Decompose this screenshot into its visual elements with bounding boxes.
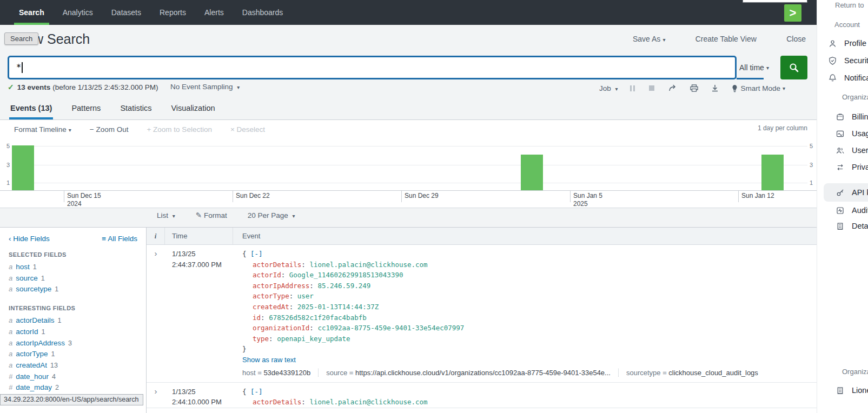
tab-events13[interactable]: Events (13): [9, 97, 53, 119]
menu-item-billing[interactable]: Billing: [836, 110, 868, 123]
export-button[interactable]: [711, 84, 719, 92]
nav-item-dashboards[interactable]: Dashboards: [233, 0, 293, 25]
create-table-view-button[interactable]: Create Table View: [695, 35, 757, 43]
string-field-icon: a: [9, 361, 12, 369]
table-row: ›1/13/252:44:10.000 PM{ [-]actorDetails:…: [147, 383, 817, 408]
nav-item-reports[interactable]: Reports: [150, 0, 195, 25]
row-expander-icon[interactable]: ›: [147, 387, 165, 408]
field-name: actorIpAddress: [16, 339, 65, 347]
tab-statistics[interactable]: Statistics: [119, 97, 153, 119]
return-link[interactable]: Return to: [835, 1, 864, 9]
json-collapse-link[interactable]: [-]: [250, 388, 263, 396]
event-count: 13 events: [17, 83, 51, 91]
meta-source[interactable]: source = https://api.clickhouse.cloud/v1…: [318, 369, 611, 377]
field-count: 3: [68, 339, 72, 347]
smart-mode-dropdown[interactable]: Smart Mode ▾: [741, 84, 786, 92]
search-button[interactable]: [780, 56, 807, 79]
pause-button[interactable]: [630, 85, 635, 91]
x-axis-tick-label: Sun Jan 12: [741, 192, 774, 200]
field-item-host[interactable]: ahost1: [9, 262, 137, 273]
json-value[interactable]: user: [297, 292, 314, 300]
json-close-brace: }: [242, 344, 817, 355]
field-name: actorId: [16, 328, 38, 336]
all-fields-link[interactable]: ≡ All Fields: [102, 235, 137, 243]
field-item-date_mday[interactable]: #date_mday2: [9, 382, 137, 394]
save-as-button[interactable]: Save As▾: [633, 35, 665, 43]
share-button[interactable]: [668, 84, 677, 92]
results-toolbar: List ▾ ✎ Format 20 Per Page ▾: [157, 211, 316, 219]
search-bar-underline: [737, 78, 764, 79]
format-button[interactable]: ✎ Format: [196, 211, 227, 219]
menu-item-private-endpoints[interactable]: Private Endpoints: [836, 161, 868, 174]
close-button[interactable]: Close: [786, 35, 806, 43]
field-item-source[interactable]: asource1: [9, 273, 137, 284]
json-key: actorId: [253, 271, 281, 279]
json-key: id: [253, 314, 261, 322]
stop-button[interactable]: [649, 85, 654, 91]
field-item-actorId[interactable]: aactorId1: [9, 327, 137, 338]
list-type-dropdown[interactable]: List ▾: [157, 211, 175, 219]
menu-item-lionel-palacin[interactable]: Lionel Palacin: [836, 384, 868, 397]
menu-item-label: Private Endpoints: [852, 163, 868, 171]
menu-item-users[interactable]: Users: [836, 144, 868, 157]
json-collapse-link[interactable]: [-]: [250, 250, 263, 258]
json-value[interactable]: cc1092aa-8775-459e-9401-33e54ec07997: [317, 324, 464, 332]
time-range-picker[interactable]: All time▾: [739, 59, 769, 76]
nav-item-alerts[interactable]: Alerts: [195, 0, 233, 25]
json-key: actorIpAddress: [253, 282, 309, 290]
event-rows: ›1/13/252:44:37.000 PM{ [-]actorDetails:…: [147, 245, 817, 408]
field-item-date_hour[interactable]: #date_hour4: [9, 371, 137, 383]
per-page-dropdown[interactable]: 20 Per Page ▾: [248, 211, 295, 219]
meta-sourcetype[interactable]: sourcetype = clickhouse_cloud_audit_logs: [618, 369, 758, 377]
json-value[interactable]: 2025-01-13T14:44:37Z: [297, 303, 379, 311]
job-controls: Job ▾ Smart Mode ▾: [599, 81, 794, 95]
histogram-bar[interactable]: [521, 155, 543, 190]
event-sampling-dropdown[interactable]: No Event Sampling ▾: [170, 83, 240, 91]
json-value[interactable]: lionel.palacin@clickhouse.com: [309, 261, 427, 269]
hide-fields-link[interactable]: ‹ Hide Fields: [9, 235, 50, 243]
row-expander-icon[interactable]: ›: [147, 249, 165, 382]
field-item-actorType[interactable]: aactorType1: [9, 349, 137, 360]
field-item-actorDetails[interactable]: aactorDetails1: [9, 315, 137, 327]
menu-item-notifications[interactable]: Notifications: [828, 71, 868, 84]
tab-patterns[interactable]: Patterns: [70, 97, 102, 119]
splunk-logo-icon[interactable]: >: [784, 4, 801, 22]
json-value[interactable]: Google_114602629918513043390: [289, 271, 403, 279]
histogram-bar[interactable]: [12, 145, 34, 190]
menu-item-security[interactable]: Security: [828, 54, 868, 67]
timeline-control-format-timeline[interactable]: Format Timeline▾: [14, 125, 71, 134]
menu-item-usage[interactable]: Usage: [836, 127, 868, 140]
field-item-actorIpAddress[interactable]: aactorIpAddress3: [9, 338, 137, 349]
interesting-fields-header: INTERESTING FIELDS: [9, 305, 137, 311]
tab-visualization[interactable]: Visualization: [170, 97, 216, 119]
job-result-summary: ✓ 13 events (before 1/13/25 2:45:32.000 …: [8, 83, 158, 91]
time-range-label: All time: [739, 63, 764, 72]
job-dropdown[interactable]: Job ▾: [599, 84, 618, 92]
json-field-line: organizationId: cc1092aa-8775-459e-9401-…: [242, 323, 817, 334]
field-item-createdAt[interactable]: acreatedAt13: [9, 360, 137, 371]
json-value[interactable]: openapi_key_update: [277, 335, 350, 343]
menu-item-api-keys[interactable]: API keys: [836, 186, 868, 199]
search-input[interactable]: *: [8, 56, 737, 79]
menu-item-profile[interactable]: Profile: [828, 37, 866, 50]
caret-down-icon: ▾: [237, 84, 240, 90]
json-value[interactable]: 85.246.59.249: [317, 282, 370, 290]
print-button[interactable]: [690, 84, 698, 92]
nav-item-search[interactable]: Search: [10, 0, 54, 25]
caret-down-icon: ▾: [292, 213, 295, 219]
numeric-field-icon: #: [9, 383, 12, 391]
nav-item-datasets[interactable]: Datasets: [102, 0, 150, 25]
json-value[interactable]: 678526d582c1f20fac4babfb: [269, 314, 367, 322]
field-item-sourcetype[interactable]: asourcetype1: [9, 284, 137, 295]
nav-item-analytics[interactable]: Analytics: [54, 0, 102, 25]
timeline-control--zoom-out[interactable]: − Zoom Out: [90, 125, 129, 134]
show-raw-text-link[interactable]: Show as raw text: [242, 355, 817, 365]
menu-item-audit[interactable]: Audit: [836, 204, 868, 217]
histogram-bar[interactable]: [761, 155, 784, 190]
field-count: 1: [41, 275, 45, 282]
y-axis-label-left: 5: [3, 143, 10, 149]
json-value[interactable]: lionel.palacin@clickhouse.com: [309, 398, 427, 406]
menu-item-details[interactable]: Details: [836, 219, 868, 232]
job-bar: ✓ 13 events (before 1/13/25 2:45:32.000 …: [0, 81, 817, 96]
meta-host[interactable]: host = 53de4339120b: [242, 369, 310, 377]
